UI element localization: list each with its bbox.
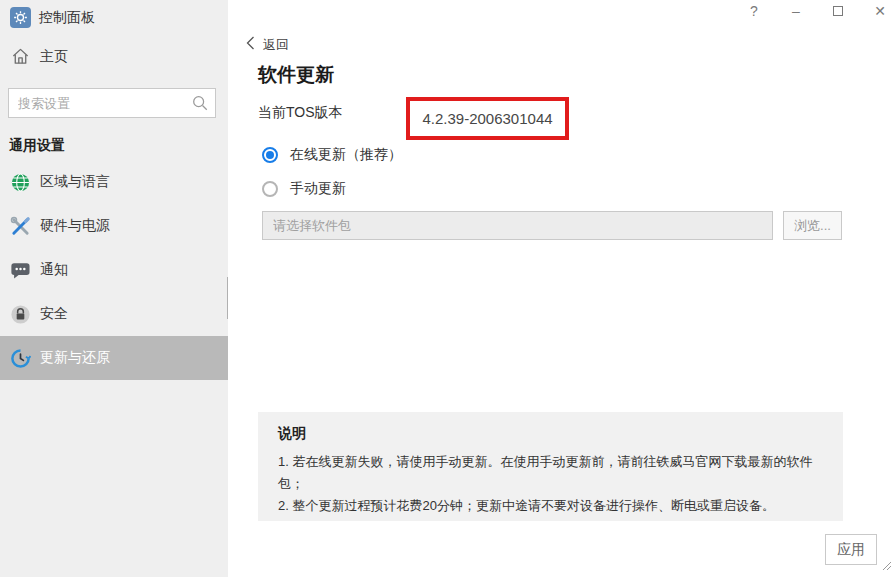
radio-manual-update-label: 手动更新 [290,180,346,198]
chat-bubble-icon [10,260,31,281]
sidebar-nav: 区域与语言 硬件与电源 [0,160,228,380]
lock-icon [10,304,31,325]
restore-clock-icon [10,348,31,369]
home-icon [10,46,31,67]
page-title: 软件更新 [258,62,334,88]
note-line-1: 1. 若在线更新失败，请使用手动更新。在使用手动更新前，请前往铁威马官网下载最新… [278,451,823,495]
main-panel: ? – ✕ 返回 软件更新 当前TOS版本 4.2.39-2006301044 … [228,0,894,577]
help-button[interactable]: ? [746,3,762,19]
sidebar-item-label: 硬件与电源 [40,217,110,235]
note-title: 说明 [278,425,823,443]
minimize-button[interactable]: – [788,3,804,19]
search-box [8,88,216,118]
sidebar-item-update-restore[interactable]: 更新与还原 [0,336,228,380]
note-box: 说明 1. 若在线更新失败，请使用手动更新。在使用手动更新前，请前往铁威马官网下… [258,412,843,521]
sidebar-item-label: 更新与还原 [40,349,110,367]
sidebar-item-home-label: 主页 [40,48,68,66]
control-panel-gear-icon [10,7,31,28]
window-controls: ? – ✕ [746,3,888,19]
radio-online-update[interactable]: 在线更新（推荐） [262,146,402,164]
package-file-input[interactable] [262,211,773,240]
sidebar-item-security[interactable]: 安全 [0,292,228,336]
version-highlight-annotation: 4.2.39-2006301044 [406,97,569,140]
maximize-icon [833,6,843,16]
back-label: 返回 [263,36,289,54]
sidebar-item-label: 安全 [40,305,68,323]
browse-button[interactable]: 浏览... [783,211,842,240]
radio-manual-update[interactable]: 手动更新 [262,180,346,198]
tos-version-value: 4.2.39-2006301044 [422,110,552,127]
app-header: 控制面板 [10,7,95,28]
sidebar: 控制面板 主页 [0,0,228,577]
tools-icon [10,216,31,237]
resize-grip-icon[interactable] [879,557,892,575]
apply-button[interactable]: 应用 [825,534,877,565]
chevron-left-icon [246,36,255,54]
sidebar-item-hardware-power[interactable]: 硬件与电源 [0,204,228,248]
app-title: 控制面板 [39,9,95,27]
globe-icon [10,172,31,193]
sidebar-item-label: 通知 [40,261,68,279]
note-line-2: 2. 整个更新过程预计花费20分钟；更新中途请不要对设备进行操作、断电或重启设备… [278,495,823,517]
search-input[interactable] [8,88,216,118]
maximize-button[interactable] [830,3,846,19]
tos-version-label: 当前TOS版本 [258,104,343,122]
radio-unselected-icon[interactable] [262,181,278,197]
section-header-general-settings: 通用设置 [9,137,65,155]
back-link[interactable]: 返回 [246,36,289,54]
sidebar-item-home[interactable]: 主页 [10,46,68,67]
sidebar-item-label: 区域与语言 [40,173,110,191]
search-icon[interactable] [191,94,209,116]
radio-online-update-label: 在线更新（推荐） [290,146,402,164]
sidebar-item-region-language[interactable]: 区域与语言 [0,160,228,204]
close-button[interactable]: ✕ [872,3,888,19]
radio-selected-icon[interactable] [262,147,278,163]
control-panel-window: 控制面板 主页 [0,0,894,577]
sidebar-item-notifications[interactable]: 通知 [0,248,228,292]
